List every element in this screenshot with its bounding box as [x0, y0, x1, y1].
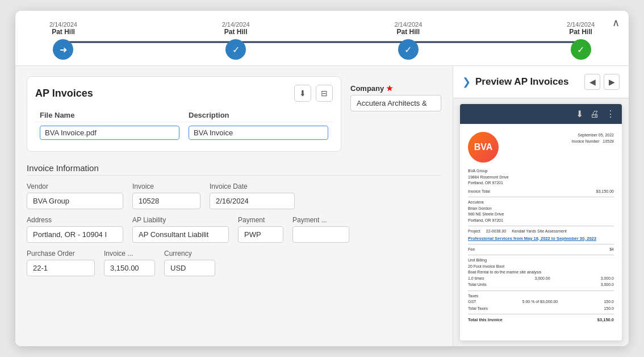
left-panel: AP Invoices ⬇ ⊟ [15, 66, 453, 346]
fee-value: $4 [609, 247, 614, 253]
ap-card-title: AP Invoices [35, 88, 93, 99]
ap-invoices-card: AP Invoices ⬇ ⊟ [27, 76, 341, 152]
download-icon: ⬇ [299, 89, 306, 98]
description-cell [184, 122, 333, 144]
check-icon-3: ✓ [404, 44, 412, 55]
required-indicator: ★ [386, 84, 393, 93]
doc-more-button[interactable]: ⋮ [606, 109, 615, 119]
payment-input[interactable] [238, 226, 283, 243]
preview-next-button[interactable]: ▶ [604, 74, 620, 90]
gst-label: GST [468, 299, 476, 305]
total-units-label: Total Units [468, 282, 487, 288]
invoice-amt-input[interactable] [104, 260, 155, 276]
invoice-info-section: Invoice Information Vendor Invoice Invoi… [27, 161, 441, 285]
services-label: Professional Services from May 18, 2022 … [468, 235, 614, 242]
chevron-up-icon: ∧ [612, 17, 620, 28]
invoice-input[interactable] [132, 193, 200, 209]
node3-name: Pat Hill [394, 28, 422, 36]
invoice-total-value: $3,150.00 [596, 189, 614, 195]
currency-input[interactable] [164, 260, 215, 276]
node4-name: Pat Hill [567, 28, 595, 36]
preview-expand-icon[interactable]: ❯ [462, 76, 471, 88]
bill-to-addr1: 980 NE Steele Drive [468, 211, 614, 218]
doc-invoice-number-label: Invoice Number 10528 [572, 138, 614, 144]
doc-september: September 05, 2022 [572, 132, 614, 138]
ap-liability-label: AP Liability [132, 216, 229, 224]
prev-icon: ◀ [589, 77, 596, 86]
invoice-doc-toolbar: ⬇ 🖨 ⋮ [460, 104, 622, 124]
address-input[interactable] [27, 226, 123, 243]
check-icon-2: ✓ [232, 44, 240, 55]
invoice-field: Invoice [132, 182, 200, 209]
ap-liability-field: AP Liability [132, 216, 229, 243]
payment-label: Payment [238, 216, 283, 224]
preview-prev-button[interactable]: ◀ [584, 74, 600, 90]
form-row-3: Purchase Order Invoice ... Currency [27, 250, 441, 276]
timeline-node-1: 2/14/2024 Pat Hill ➜ [49, 21, 77, 60]
total-units-right: 3,000.0 [601, 276, 614, 282]
timeline-section: 2/14/2024 Pat Hill ➜ 2/14/2024 Pat Hill … [15, 11, 629, 66]
total-units-value: 3,000.0 [601, 282, 614, 288]
invoice-total-label: Invoice Total [468, 189, 490, 195]
section-title: Invoice Information [27, 163, 441, 176]
preview-header: ❯ Preview AP Invoices ◀ ▶ [453, 66, 629, 98]
node1-circle: ➜ [53, 39, 73, 60]
timeline-node-4: 2/14/2024 Pat Hill ✓ [567, 21, 595, 60]
company-input[interactable] [350, 95, 441, 111]
description-input[interactable] [189, 126, 328, 140]
currency-label: Currency [164, 250, 215, 258]
invoice-label: Invoice [132, 182, 200, 190]
node2-name: Pat Hill [222, 28, 250, 36]
preview-title: Preview AP Invoices [475, 76, 580, 88]
vendor-input[interactable] [27, 193, 123, 209]
currency-field: Currency [164, 250, 215, 276]
content-area: AP Invoices ⬇ ⊟ [15, 66, 629, 346]
ap-liability-input[interactable] [132, 226, 229, 243]
vendor-name: BVA Group [468, 168, 614, 175]
node2-circle: ✓ [225, 39, 246, 60]
node2-date: 2/14/2024 [222, 21, 250, 28]
node1-date: 2/14/2024 [49, 21, 77, 28]
filter-button[interactable]: ⊟ [316, 85, 333, 102]
filename-input[interactable] [40, 126, 179, 140]
invoice-doc-content: BVA September 05, 2022 Invoice Number 10… [460, 124, 622, 341]
preview-nav: ◀ ▶ [584, 74, 620, 90]
next-icon: ▶ [609, 77, 615, 86]
node4-date: 2/14/2024 [567, 21, 595, 28]
download-button[interactable]: ⬇ [294, 85, 311, 102]
invoice-date-field: Invoice Date [210, 182, 295, 209]
invoice-date-label: Invoice Date [210, 182, 295, 190]
bill-to-name: Accutera [468, 200, 614, 206]
node3-date: 2/14/2024 [394, 21, 422, 28]
ap-card-actions: ⬇ ⊟ [294, 85, 333, 102]
timeline: 2/14/2024 Pat Hill ➜ 2/14/2024 Pat Hill … [49, 21, 595, 60]
address-label: Address [27, 216, 123, 224]
ap-card-header: AP Invoices ⬇ ⊟ [35, 85, 333, 102]
bva-logo: BVA [468, 132, 499, 163]
payment-extra-field: Payment ... [292, 216, 349, 243]
doc-download-button[interactable]: ⬇ [576, 109, 583, 119]
ap-top-row: AP Invoices ⬇ ⊟ [27, 76, 441, 161]
col-filename-header: File Name [35, 109, 184, 122]
bill-to-contact: Brian Gordon [468, 206, 614, 212]
po-input[interactable] [27, 260, 95, 276]
total-invoice-label: Total this Invoice [468, 317, 503, 323]
node3-circle: ✓ [398, 39, 419, 60]
payment-extra-input[interactable] [292, 226, 349, 243]
collapse-button[interactable]: ∧ [612, 16, 620, 29]
node4-circle: ✓ [571, 39, 591, 60]
node1-name: Pat Hill [49, 28, 77, 36]
taxes-label: Taxes [468, 293, 614, 300]
right-panel: ❯ Preview AP Invoices ◀ ▶ ⬇ � [453, 66, 629, 346]
vendor-label: Vendor [27, 182, 123, 190]
unit-price: 3,000.00 [534, 276, 550, 282]
table-row [35, 122, 333, 144]
project-label: Project 22-0038.00 Kendall Yards Site As… [468, 229, 567, 235]
po-field: Purchase Order [27, 250, 95, 276]
timeline-node-3: 2/14/2024 Pat Hill ✓ [394, 21, 422, 60]
vendor-addr1: 19884 Rosemont Drive [468, 175, 614, 181]
unit-billing-item1: 20 Foot Invoice Boot [468, 264, 614, 270]
doc-print-button[interactable]: 🖨 [590, 109, 599, 119]
invoice-date-input[interactable] [210, 193, 295, 209]
main-card: ∧ 2/14/2024 Pat Hill ➜ 2/14/2024 Pat Hil… [15, 11, 629, 346]
